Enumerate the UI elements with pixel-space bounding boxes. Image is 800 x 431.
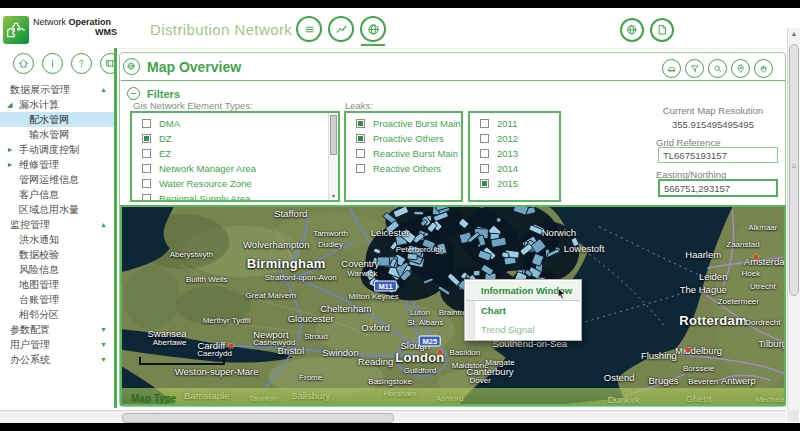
checkbox[interactable] (480, 119, 489, 128)
sidebar-item[interactable]: 客户信息 (0, 187, 114, 202)
checkbox[interactable] (480, 134, 489, 143)
sidebar-item[interactable]: 用户管理▼ (0, 337, 114, 352)
grid-reference-input[interactable] (658, 147, 778, 163)
checkbox-label: 2013 (497, 148, 518, 159)
sidebar-item[interactable]: 管网运维信息 (0, 172, 114, 187)
chart-icon[interactable] (328, 16, 354, 42)
sidebar-item[interactable]: ▸维修管理 (0, 157, 114, 172)
sidebar-item[interactable]: ◢漏水计算 (0, 97, 114, 112)
checkbox-option[interactable]: 2013 (470, 146, 559, 161)
header-right-icons (620, 18, 674, 42)
vertical-scrollbar-thumb[interactable]: ≡ (789, 44, 799, 296)
sidebar-item-label: 数据校验 (19, 249, 59, 260)
horizontal-scrollbar-thumb[interactable] (122, 413, 394, 423)
leak-marker[interactable] (686, 348, 690, 352)
sidebar-item[interactable]: 洪水通知 (0, 232, 114, 247)
expanded-arrow-icon: ◢ (7, 97, 12, 112)
checkbox-option[interactable]: Reactive Burst Main (346, 146, 461, 161)
checkbox[interactable] (142, 164, 151, 173)
sidebar-item-label: 参数配置 (10, 324, 50, 335)
scrollbar-corner (787, 410, 799, 422)
checkbox[interactable] (356, 134, 365, 143)
context-menu-item[interactable]: Information Window (466, 281, 580, 301)
scroll-down-arrow-icon[interactable]: ▾ (329, 193, 338, 200)
globe-icon[interactable] (360, 16, 386, 42)
checkbox[interactable] (142, 134, 151, 143)
app-window: Network Operation WMS Distribution Netwo… (0, 8, 800, 423)
sidebar-item[interactable]: 数据展示管理▲ (0, 82, 114, 97)
checkbox-option[interactable]: Regional Supply Area (132, 191, 328, 202)
sidebar-item[interactable]: ▸手动调度控制 (0, 142, 114, 157)
globe-icon (123, 58, 140, 75)
sidebar-item[interactable]: 办公系统▼ (0, 352, 114, 367)
map-type-bar[interactable]: Map Type (122, 388, 784, 404)
sidebar-item[interactable]: 台账管理 (0, 292, 114, 307)
brand-secondary: Operation (69, 17, 112, 27)
horizontal-scrollbar[interactable] (0, 410, 786, 423)
sidebar-nav-icons (13, 53, 114, 74)
leak-marker[interactable] (754, 255, 758, 259)
sidebar-item[interactable]: 区域总用水量 (0, 202, 114, 217)
checkbox[interactable] (480, 164, 489, 173)
sidebar-item[interactable]: 输水管网 (0, 127, 114, 142)
map-viewport[interactable]: StaffordTamworthLeicesterWolverhamptonDu… (120, 205, 786, 406)
checkbox-option[interactable]: Network Manager Area (132, 161, 328, 176)
checkbox-option[interactable]: EZ (132, 146, 328, 161)
checkbox[interactable] (356, 164, 365, 173)
checkbox-option[interactable]: 2012 (470, 131, 559, 146)
vehicle-icon[interactable] (662, 59, 681, 78)
checkbox[interactable] (480, 149, 489, 158)
sidebar-item[interactable]: 风险信息 (0, 262, 114, 277)
sidebar-item-label: 漏水计算 (19, 99, 59, 110)
map-canvas[interactable] (122, 207, 784, 404)
list-icon[interactable] (296, 16, 322, 42)
filters-collapse-toggle[interactable]: – (127, 87, 140, 100)
checkbox-option[interactable]: 2015 (470, 176, 559, 191)
sidebar-item[interactable]: 地图管理 (0, 277, 114, 292)
checkbox-option[interactable]: DMA (132, 116, 328, 131)
sidebar-item[interactable]: 监控管理▲ (0, 217, 114, 232)
map-type-label[interactable]: Map Type (122, 391, 176, 406)
checkbox-option[interactable]: Proactive Burst Main (346, 116, 461, 131)
info-icon[interactable] (42, 53, 63, 74)
easting-northing-input[interactable] (658, 179, 778, 197)
context-menu-item[interactable]: Chart (466, 301, 580, 320)
help-icon[interactable] (71, 53, 92, 74)
map-search-icon[interactable] (708, 59, 727, 78)
checkbox-label: 2015 (497, 178, 518, 189)
sidebar-item[interactable]: 数据校验 (0, 247, 114, 262)
vertical-scrollbar[interactable]: ▲ ≡ (787, 28, 800, 410)
scroll-up-arrow-icon[interactable]: ▲ (788, 30, 800, 37)
scrollbar-thumb[interactable] (330, 115, 337, 155)
globe-icon[interactable] (620, 18, 644, 42)
checkbox[interactable] (356, 119, 365, 128)
checkbox[interactable] (142, 119, 151, 128)
filter-icon[interactable] (685, 59, 704, 78)
checkbox-option[interactable]: Reactive Others (346, 161, 461, 176)
export-icon[interactable] (650, 18, 674, 42)
checkbox-option[interactable]: DZ (132, 131, 328, 146)
location-pin-icon[interactable] (731, 59, 750, 78)
checkbox-label: 2011 (497, 118, 517, 129)
checkbox-option[interactable]: 2014 (470, 161, 559, 176)
checkbox-option[interactable]: 2011 (470, 116, 559, 131)
checkbox[interactable] (480, 179, 489, 188)
leak-marker[interactable] (438, 350, 442, 354)
context-menu-item-label: Chart (481, 305, 506, 316)
checkbox[interactable] (142, 194, 151, 202)
checkbox[interactable] (142, 149, 151, 158)
context-menu-item[interactable]: Trend Signal (466, 320, 580, 339)
checkbox-option[interactable]: Proactive Others (346, 131, 461, 146)
home-icon[interactable] (13, 53, 34, 74)
sidebar-item[interactable]: 配水管网 (0, 112, 114, 127)
checkbox-option[interactable]: Water Resource Zone (132, 176, 328, 191)
sidebar-item[interactable]: 相邻分区 (0, 307, 114, 322)
pan-hand-icon[interactable] (754, 59, 773, 78)
checkbox[interactable] (356, 149, 365, 158)
gallery-icon[interactable] (100, 53, 114, 74)
sidebar-item[interactable]: 参数配置▼ (0, 322, 114, 337)
listbox-scrollbar[interactable]: ▾ (328, 113, 338, 200)
checkbox-label: Proactive Others (373, 133, 444, 144)
checkbox[interactable] (142, 179, 151, 188)
leak-marker[interactable] (229, 344, 233, 348)
